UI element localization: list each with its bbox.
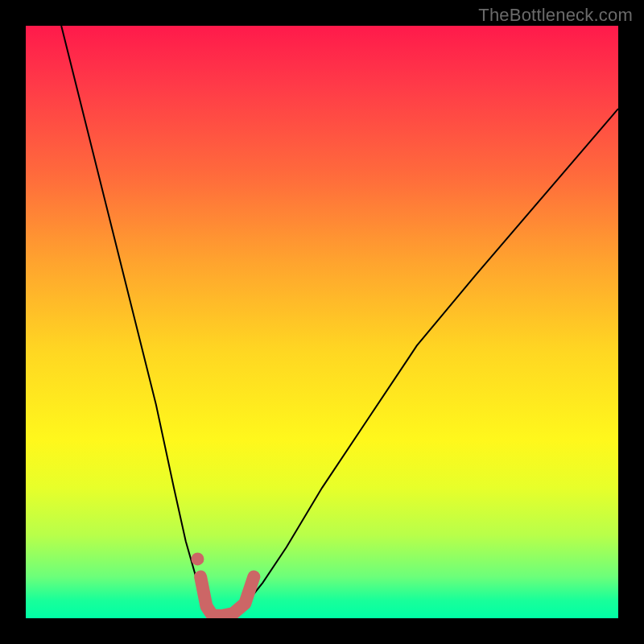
chart-frame: TheBottleneck.com bbox=[0, 0, 644, 644]
plot-area bbox=[26, 26, 618, 618]
watermark-text: TheBottleneck.com bbox=[478, 5, 633, 26]
optimal-range-dot bbox=[191, 552, 204, 565]
optimal-range-marker bbox=[200, 576, 254, 616]
bottleneck-curve bbox=[61, 26, 618, 617]
chart-svg bbox=[26, 26, 618, 618]
